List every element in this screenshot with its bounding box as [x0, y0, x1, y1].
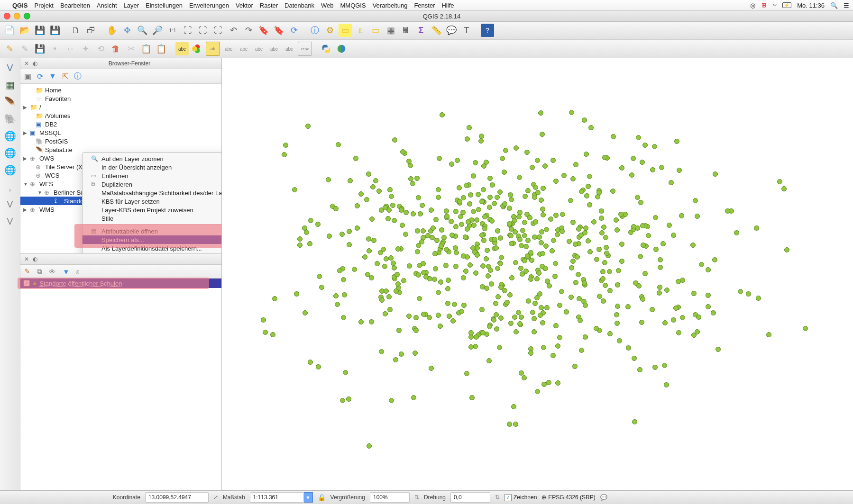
new-bookmark-icon[interactable]: 🔖 — [257, 24, 270, 37]
menu-raster[interactable]: Raster — [260, 2, 278, 9]
cm-styles[interactable]: Stile — [83, 214, 221, 223]
open-project-icon[interactable]: 📂 — [18, 24, 31, 37]
cm-set-crs[interactable]: KBS für Layer setzen — [83, 197, 221, 206]
cm-duplicate[interactable]: ⧉Duplizieren — [83, 180, 221, 189]
tree-postgis[interactable]: 🐘PostGIS — [20, 137, 221, 145]
coord-field[interactable]: 13.0099,52.4947 — [145, 492, 209, 503]
tree-home[interactable]: 📁Home — [20, 86, 221, 94]
menu-bearbeiten[interactable]: Bearbeiten — [60, 2, 90, 9]
menu-mmqgis[interactable]: MMQGIS — [340, 2, 366, 9]
mag-field[interactable]: 100% — [370, 492, 410, 503]
render-checkbox[interactable]: ✓Zeichnen — [504, 494, 537, 501]
select-icon[interactable]: ▭ — [339, 24, 352, 37]
menu-web[interactable]: Web — [321, 2, 334, 9]
new-composer-icon[interactable]: 🗋 — [69, 24, 83, 37]
label-show-icon[interactable]: abc — [237, 42, 250, 55]
zoom-last-icon[interactable]: ↶ — [227, 24, 240, 37]
add-wms-icon[interactable]: 🌐 — [3, 129, 17, 143]
add-layer-tool-icon[interactable]: ▣ — [24, 72, 31, 81]
cm-show-overview[interactable]: In der Übersicht anzeigen — [83, 163, 221, 171]
crs-button[interactable]: ⊕EPSG:4326 (SRP) — [541, 494, 595, 501]
properties-browser-icon[interactable]: ⓘ — [74, 72, 82, 81]
add-virtual-icon[interactable]: V — [3, 198, 17, 211]
menu-ansicht[interactable]: Ansicht — [97, 2, 117, 9]
save-edits-icon[interactable]: 💾 — [33, 42, 46, 55]
layer-visibility-checkbox[interactable]: ✓ — [23, 280, 30, 287]
minimize-window-button[interactable] — [14, 13, 20, 19]
layers-undock-icon[interactable]: ◐ — [32, 256, 38, 262]
close-window-button[interactable] — [4, 13, 10, 19]
messages-icon[interactable]: 💬 — [600, 494, 607, 501]
move-feature-icon[interactable]: ↔ — [64, 42, 77, 55]
cm-remove[interactable]: ▭Entfernen — [83, 171, 221, 180]
field-calculator-icon[interactable]: 🖩 — [399, 24, 413, 37]
menu-list-icon[interactable]: ☰ — [844, 2, 849, 9]
wifi-icon[interactable]: ⌔ — [773, 2, 777, 9]
tree-volumes[interactable]: 📁/Volumes — [20, 111, 221, 120]
save-icon[interactable]: 💾 — [33, 24, 46, 37]
cm-attribute-table[interactable]: ▦Attributtabelle öffnen — [83, 227, 221, 235]
battery-icon[interactable]: ⚡ — [782, 2, 791, 8]
browser-close-icon[interactable]: ✕ — [23, 60, 30, 67]
layers-expression-icon[interactable]: ε — [76, 268, 80, 276]
add-vector-layer-icon[interactable]: V — [3, 61, 17, 74]
add-spatialite-icon[interactable]: 🪶 — [3, 95, 17, 108]
label-diagram-icon[interactable]: ab — [206, 42, 220, 56]
layers-add-group-icon[interactable]: ⧉ — [37, 267, 42, 276]
cm-zoom-to-layer[interactable]: 🔍Auf den Layer zoomen — [83, 154, 221, 163]
new-project-icon[interactable]: 📄 — [3, 24, 16, 37]
scale-lock-icon[interactable]: 🔒 — [318, 494, 326, 501]
cm-project-crs[interactable]: Layer-KBS dem Projekt zuweisen — [83, 206, 221, 214]
processing-toolbox-icon[interactable] — [335, 42, 348, 55]
filter-browser-icon[interactable]: ▼ — [49, 72, 56, 81]
label-rotate-icon[interactable]: abc — [267, 42, 281, 55]
layers-row-standorte[interactable]: ✓ ● Standorte öffentlicher Schulen — [20, 279, 221, 288]
node-tool-icon[interactable]: ✦ — [79, 42, 92, 55]
zoom-full-icon[interactable]: ⛶ — [181, 24, 194, 37]
browser-tree[interactable]: 📁Home ☆Favoriten ▶📁/ 📁/Volumes ▣DB2 ▶▣MS… — [20, 84, 221, 253]
label-change-icon[interactable]: abc — [283, 42, 296, 55]
help-icon[interactable]: ? — [481, 24, 494, 37]
delete-selected-icon[interactable]: 🗑 — [109, 42, 122, 55]
menu-hilfe[interactable]: Hilfe — [441, 2, 454, 9]
add-postgis-icon[interactable]: 🐘 — [3, 112, 17, 126]
zoom-next-icon[interactable]: ↷ — [242, 24, 255, 37]
tree-mssql[interactable]: ▶▣MSSQL — [20, 128, 221, 137]
add-delimited-icon[interactable]: , — [3, 180, 17, 194]
mag-stepper-icon[interactable]: ⇅ — [414, 494, 419, 501]
zoom-selection-icon[interactable]: ⛶ — [196, 24, 210, 37]
layers-close-icon[interactable]: ✕ — [23, 256, 30, 262]
zoom-window-button[interactable] — [24, 13, 30, 19]
cc-icon[interactable]: ◎ — [750, 2, 755, 9]
tree-favorites[interactable]: ☆Favoriten — [20, 94, 221, 103]
cm-save-layer-def[interactable]: Als Layerdefinitionsdatei speichern... — [83, 244, 221, 252]
collapse-browser-icon[interactable]: ⇱ — [62, 72, 68, 81]
pan-to-selection-icon[interactable]: ✥ — [120, 24, 134, 37]
cm-save-as[interactable]: Speichern als... — [83, 235, 221, 244]
menu-fenster[interactable]: Fenster — [414, 2, 435, 9]
cm-scale-visibility[interactable]: Maßstabsabhängige Sichtbarkeit des/der L… — [83, 189, 221, 197]
identify-icon[interactable]: ⓘ — [308, 24, 321, 37]
layers-filter-icon[interactable]: ▼ — [63, 268, 70, 276]
clock[interactable]: Mo. 11:36 — [797, 2, 825, 9]
browser-undock-icon[interactable]: ◐ — [32, 60, 38, 67]
csw-icon[interactable]: csw — [298, 42, 312, 56]
edit-pencil-icon[interactable]: ✎ — [3, 42, 16, 55]
label-move-icon[interactable]: abc — [252, 42, 266, 55]
menu-einstellungen[interactable]: Einstellungen — [146, 2, 183, 9]
layers-style-icon[interactable]: ✎ — [24, 267, 30, 276]
statistics-icon[interactable]: Σ — [414, 24, 428, 37]
menu-projekt[interactable]: Projekt — [35, 2, 54, 9]
cut-icon[interactable]: ✂ — [124, 42, 138, 55]
app-name[interactable]: QGIS — [12, 2, 28, 9]
add-wcs-icon[interactable]: 🌐 — [3, 146, 17, 160]
shield-icon[interactable]: ⛨ — [761, 2, 767, 9]
add-feature-icon[interactable]: • — [48, 42, 62, 55]
action-icon[interactable]: ⚙ — [323, 24, 337, 37]
map-canvas[interactable] — [222, 58, 853, 490]
rot-field[interactable]: 0,0 — [450, 492, 490, 503]
select-expression-icon[interactable]: ε — [354, 24, 367, 37]
cm-filter[interactable]: Filter... — [83, 252, 221, 253]
label-pin-icon[interactable]: abc — [222, 42, 235, 55]
scale-dropdown-icon[interactable]: ▼ — [304, 492, 313, 503]
